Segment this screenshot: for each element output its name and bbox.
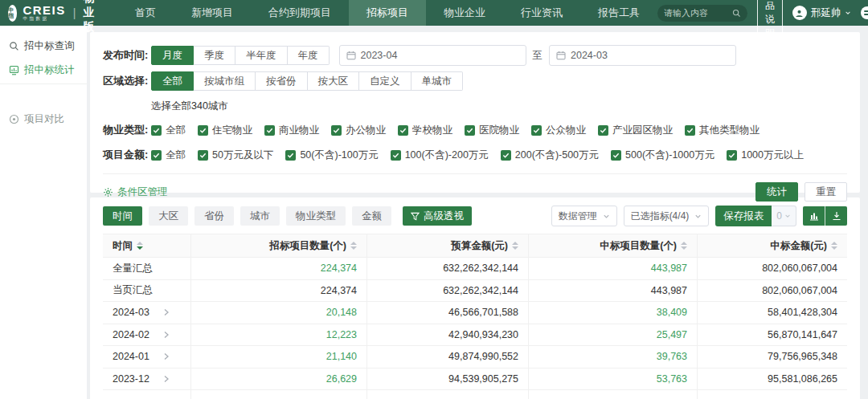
brand-name: CREIS — [23, 4, 65, 16]
region-option-3[interactable]: 按大区 — [308, 71, 360, 91]
sort-icon[interactable] — [137, 242, 143, 250]
table-cell: 56,870,141,647 — [698, 324, 847, 347]
checkbox-label: 1000万元以上 — [741, 149, 804, 162]
amount-checkbox-4[interactable]: 200(不含)-500万元 — [501, 149, 599, 162]
amount-checkbox-5[interactable]: 500(不含)-1000万元 — [611, 149, 714, 162]
dimension-tab-3[interactable]: 城市 — [240, 206, 280, 226]
table-header-cell-4[interactable]: 中标金额(元) — [698, 234, 847, 258]
date-to-input[interactable]: 2024-03 — [549, 45, 736, 66]
region-option-0[interactable]: 全部 — [151, 71, 194, 91]
sort-icon[interactable] — [681, 242, 687, 250]
sort-icon[interactable] — [831, 242, 837, 250]
nav-item-0[interactable]: 首页 — [117, 0, 174, 26]
save-report-button[interactable]: 保存报表 — [715, 206, 772, 226]
reset-button[interactable]: 重置 — [805, 182, 847, 202]
period-option-1[interactable]: 季度 — [194, 46, 235, 65]
date-range-separator: 至 — [533, 49, 543, 63]
cell-value: 25,497 — [657, 329, 687, 340]
cell-value: 632,262,342,144 — [443, 285, 518, 296]
dimension-tab-4[interactable]: 物业类型 — [286, 206, 346, 226]
dimension-tab-1[interactable]: 大区 — [149, 206, 188, 226]
nav-item-4[interactable]: 物业企业 — [426, 0, 503, 26]
nav-item-5[interactable]: 行业资讯 — [503, 0, 580, 26]
sidebar-item-0[interactable]: 招中标查询 — [0, 34, 87, 58]
amount-checkbox-1[interactable]: 50万元及以下 — [198, 149, 273, 162]
table-header-cell-0[interactable]: 时间 — [103, 234, 191, 258]
property-type-checkbox-1[interactable]: 住宅物业 — [198, 124, 252, 137]
property-type-checkbox-2[interactable]: 商业物业 — [264, 124, 319, 137]
user-menu[interactable]: 邢延帅 — [792, 6, 852, 20]
nav-item-2[interactable]: 合约到期项目 — [251, 0, 349, 26]
period-option-3[interactable]: 年度 — [288, 46, 330, 65]
version-menu[interactable]: 版本 — [861, 6, 868, 20]
row-label-cell: 2023-12 — [103, 368, 191, 391]
expand-chevron-icon[interactable] — [163, 308, 170, 316]
region-option-5[interactable]: 单城市 — [411, 71, 464, 91]
condition-manage-link[interactable]: 条件区管理 — [103, 185, 168, 199]
nav-search[interactable] — [657, 5, 747, 22]
amount-checkbox-2[interactable]: 50(不含)-100万元 — [285, 149, 378, 162]
nav-item-1[interactable]: 新增项目 — [174, 0, 251, 26]
property-type-checkbox-0[interactable]: 全部 — [151, 124, 186, 137]
stat-button[interactable]: 统计 — [755, 182, 798, 202]
table-header-cell-3[interactable]: 中标项目数量(个) — [529, 234, 698, 258]
table-cell — [103, 390, 191, 399]
checkbox-checked-icon — [465, 125, 475, 136]
region-option-2[interactable]: 按省份 — [256, 71, 308, 91]
advanced-pivot-button[interactable]: 高级透视 — [403, 206, 472, 226]
metrics-select[interactable]: 已选指标(4/4) — [624, 206, 710, 226]
search-icon — [9, 41, 19, 51]
sidebar-item-1[interactable]: 招中标统计 — [0, 58, 87, 82]
table-cell — [367, 390, 529, 399]
property-type-checkbox-3[interactable]: 办公物业 — [331, 124, 386, 137]
table-cell: 79,756,965,348 — [698, 346, 847, 368]
nav-item-6[interactable]: 报告工具 — [580, 0, 657, 26]
search-input[interactable] — [664, 8, 732, 18]
sort-icon[interactable] — [350, 242, 357, 250]
table-cell: 802,060,067,004 — [698, 280, 847, 303]
region-option-1[interactable]: 按城市组 — [194, 71, 256, 91]
property-type-checkbox-5[interactable]: 医院物业 — [465, 124, 519, 137]
table-cell: 26,629 — [191, 368, 367, 391]
brand-logo[interactable]: 中指 CREIS 中指数据 | 物业版 — [0, 0, 113, 26]
amount-checkbox-3[interactable]: 100(不含)-200万元 — [391, 149, 489, 162]
data-manage-select[interactable]: 数据管理 — [551, 206, 617, 226]
table-row-4: 2024-0121,14049,874,990,55239,76379,756,… — [103, 346, 847, 368]
amount-checkbox-6[interactable]: 1000万元以上 — [727, 149, 804, 162]
save-count-dropdown[interactable]: 0 — [772, 206, 796, 226]
period-option-2[interactable]: 半年度 — [235, 46, 288, 65]
sort-icon[interactable] — [512, 242, 518, 250]
property-type-checkbox-8[interactable]: 其他类型物业 — [685, 124, 760, 137]
row-label: 当页汇总 — [113, 283, 153, 297]
sidebar-item-2[interactable]: 项目对比 — [0, 107, 87, 131]
dimension-tab-5[interactable]: 金额 — [352, 206, 391, 226]
region-options: 全部按城市组按省份按大区自定义单城市 — [151, 71, 463, 91]
table-header-cell-2[interactable]: 预算金额(元) — [367, 234, 529, 258]
dimension-tab-0[interactable]: 时间 — [103, 206, 142, 226]
table-cell: 53,763 — [529, 368, 698, 391]
expand-chevron-icon[interactable] — [163, 375, 170, 383]
property-type-checkbox-6[interactable]: 公众物业 — [531, 124, 586, 137]
cell-value: 58,401,428,304 — [768, 307, 837, 318]
date-from-input[interactable]: 2023-04 — [339, 45, 526, 66]
table-header-cell-1[interactable]: 招标项目数量(个) — [191, 234, 367, 258]
checkbox-label: 100(不含)-200万元 — [405, 149, 489, 162]
checkbox-label: 50万元及以下 — [212, 149, 273, 162]
region-option-4[interactable]: 自定义 — [359, 71, 411, 91]
property-type-checkbox-4[interactable]: 学校物业 — [398, 124, 452, 137]
download-icon[interactable] — [825, 206, 847, 226]
checkbox-checked-icon — [198, 125, 208, 136]
column-label: 中标项目数量(个) — [600, 239, 677, 253]
publish-time-options: 月度季度半年度年度 — [151, 46, 330, 65]
property-type-checkbox-7[interactable]: 产业园区物业 — [598, 124, 673, 137]
bar-chart-icon[interactable] — [803, 206, 825, 226]
period-option-0[interactable]: 月度 — [151, 46, 194, 65]
amount-checkbox-0[interactable]: 全部 — [151, 149, 186, 162]
checkbox-checked-icon — [501, 150, 511, 161]
dimension-tab-2[interactable]: 省份 — [194, 206, 234, 226]
nav-item-3[interactable]: 招标项目 — [349, 0, 426, 26]
expand-chevron-icon[interactable] — [163, 352, 170, 360]
row-label-cell: 2024-03 — [103, 302, 191, 324]
gear-icon — [103, 187, 113, 197]
expand-chevron-icon[interactable] — [163, 331, 170, 339]
